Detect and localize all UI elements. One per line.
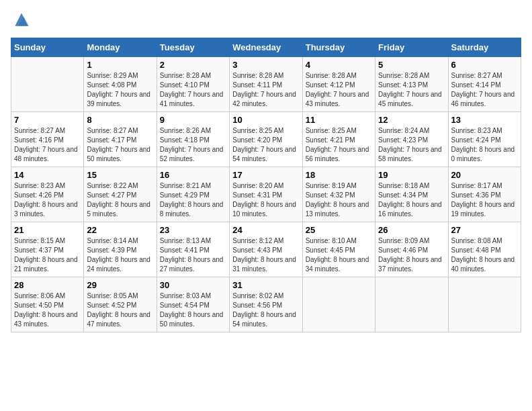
sunrise: Sunrise: 8:13 AM [160,237,211,244]
calendar-cell: 31 Sunrise: 8:02 AM Sunset: 4:56 PM Dayl… [230,277,302,332]
day-number: 19 [378,170,445,180]
sunset: Sunset: 4:41 PM [160,246,210,254]
day-number: 8 [87,115,153,125]
day-number: 4 [306,60,372,70]
sunset: Sunset: 4:20 PM [232,136,282,144]
daylight: Daylight: 8 hours and 8 minutes. [160,201,224,218]
day-number: 28 [14,280,81,290]
calendar-cell: 23 Sunrise: 8:13 AM Sunset: 4:41 PM Dayl… [157,222,229,277]
header-day-monday: Monday [84,38,157,57]
daylight: Daylight: 8 hours and 40 minutes. [451,256,515,273]
daylight: Daylight: 7 hours and 52 minutes. [160,146,224,163]
day-info: Sunrise: 8:03 AM Sunset: 4:54 PM Dayligh… [160,291,226,329]
day-info: Sunrise: 8:10 AM Sunset: 4:45 PM Dayligh… [306,236,372,274]
calendar-cell [375,277,448,332]
calendar-week-row: 1 Sunrise: 8:29 AM Sunset: 4:08 PM Dayli… [11,57,521,112]
day-info: Sunrise: 8:27 AM Sunset: 4:17 PM Dayligh… [87,126,153,164]
day-info: Sunrise: 8:05 AM Sunset: 4:52 PM Dayligh… [87,291,153,329]
calendar-cell: 10 Sunrise: 8:25 AM Sunset: 4:20 PM Dayl… [230,112,302,167]
daylight: Daylight: 7 hours and 43 minutes. [306,91,369,107]
calendar-table: SundayMondayTuesdayWednesdayThursdayFrid… [11,38,521,332]
sunrise: Sunrise: 8:28 AM [378,72,429,79]
calendar-cell [448,277,521,332]
sunrise: Sunrise: 8:08 AM [451,237,502,244]
header-day-tuesday: Tuesday [157,38,229,57]
calendar-cell: 26 Sunrise: 8:09 AM Sunset: 4:46 PM Dayl… [375,222,448,277]
sunrise: Sunrise: 8:21 AM [160,182,211,189]
sunrise: Sunrise: 8:28 AM [160,72,211,79]
sunrise: Sunrise: 8:03 AM [160,292,211,300]
sunrise: Sunrise: 8:28 AM [306,72,357,79]
sunrise: Sunrise: 8:22 AM [87,182,138,189]
calendar-cell: 4 Sunrise: 8:28 AM Sunset: 4:12 PM Dayli… [302,57,375,112]
logo-icon [11,11,32,30]
sunset: Sunset: 4:26 PM [14,191,64,199]
daylight: Daylight: 7 hours and 46 minutes. [451,91,515,107]
sunrise: Sunrise: 8:06 AM [14,292,65,300]
day-info: Sunrise: 8:08 AM Sunset: 4:48 PM Dayligh… [451,236,518,274]
sunset: Sunset: 4:14 PM [451,81,501,89]
day-info: Sunrise: 8:29 AM Sunset: 4:08 PM Dayligh… [87,71,153,109]
calendar-week-row: 7 Sunrise: 8:27 AM Sunset: 4:16 PM Dayli… [11,112,521,167]
sunset: Sunset: 4:43 PM [232,246,282,254]
calendar-header-row: SundayMondayTuesdayWednesdayThursdayFrid… [11,38,521,57]
calendar-cell: 15 Sunrise: 8:22 AM Sunset: 4:27 PM Dayl… [84,167,157,222]
calendar-cell: 25 Sunrise: 8:10 AM Sunset: 4:45 PM Dayl… [302,222,375,277]
calendar-cell: 20 Sunrise: 8:17 AM Sunset: 4:36 PM Dayl… [448,167,521,222]
day-number: 20 [451,170,518,180]
day-info: Sunrise: 8:27 AM Sunset: 4:14 PM Dayligh… [451,71,518,109]
page-header [11,11,521,30]
sunrise: Sunrise: 8:20 AM [232,182,283,189]
calendar-cell: 2 Sunrise: 8:28 AM Sunset: 4:10 PM Dayli… [157,57,229,112]
day-number: 14 [14,170,81,180]
day-number: 21 [14,225,81,235]
daylight: Daylight: 7 hours and 45 minutes. [378,91,442,107]
calendar-cell: 5 Sunrise: 8:28 AM Sunset: 4:13 PM Dayli… [375,57,448,112]
day-number: 5 [378,60,445,70]
daylight: Daylight: 7 hours and 42 minutes. [232,91,296,107]
day-info: Sunrise: 8:27 AM Sunset: 4:16 PM Dayligh… [14,126,81,164]
sunrise: Sunrise: 8:15 AM [14,237,65,244]
daylight: Daylight: 8 hours and 21 minutes. [14,256,78,273]
day-number: 13 [451,115,518,125]
sunrise: Sunrise: 8:23 AM [451,127,502,134]
header-day-sunday: Sunday [11,38,84,57]
calendar-cell: 27 Sunrise: 8:08 AM Sunset: 4:48 PM Dayl… [448,222,521,277]
day-info: Sunrise: 8:28 AM Sunset: 4:10 PM Dayligh… [160,71,226,109]
day-info: Sunrise: 8:13 AM Sunset: 4:41 PM Dayligh… [160,236,226,274]
header-day-saturday: Saturday [448,38,521,57]
sunrise: Sunrise: 8:18 AM [378,182,429,189]
daylight: Daylight: 8 hours and 0 minutes. [451,146,515,163]
daylight: Daylight: 8 hours and 3 minutes. [14,201,78,218]
day-number: 2 [160,60,226,70]
sunset: Sunset: 4:36 PM [451,191,501,199]
day-info: Sunrise: 8:28 AM Sunset: 4:11 PM Dayligh… [232,71,299,109]
calendar-cell: 12 Sunrise: 8:24 AM Sunset: 4:23 PM Dayl… [375,112,448,167]
sunset: Sunset: 4:13 PM [378,81,428,89]
sunset: Sunset: 4:32 PM [306,191,355,199]
calendar-cell: 28 Sunrise: 8:06 AM Sunset: 4:50 PM Dayl… [11,277,84,332]
daylight: Daylight: 8 hours and 24 minutes. [87,256,150,273]
calendar-cell: 24 Sunrise: 8:12 AM Sunset: 4:43 PM Dayl… [230,222,302,277]
sunrise: Sunrise: 8:10 AM [306,237,357,244]
sunset: Sunset: 4:11 PM [232,81,282,89]
day-info: Sunrise: 8:22 AM Sunset: 4:27 PM Dayligh… [87,181,153,219]
calendar-cell: 29 Sunrise: 8:05 AM Sunset: 4:52 PM Dayl… [84,277,157,332]
sunrise: Sunrise: 8:02 AM [232,292,283,300]
calendar-cell: 3 Sunrise: 8:28 AM Sunset: 4:11 PM Dayli… [230,57,302,112]
sunset: Sunset: 4:45 PM [306,246,355,254]
calendar-cell [11,57,84,112]
day-number: 22 [87,225,153,235]
sunrise: Sunrise: 8:28 AM [232,72,283,79]
day-number: 27 [451,225,518,235]
sunrise: Sunrise: 8:25 AM [306,127,357,134]
day-number: 9 [160,115,226,125]
day-info: Sunrise: 8:21 AM Sunset: 4:29 PM Dayligh… [160,181,226,219]
sunset: Sunset: 4:52 PM [87,302,136,309]
daylight: Daylight: 8 hours and 47 minutes. [87,311,150,328]
day-number: 16 [160,170,226,180]
sunrise: Sunrise: 8:17 AM [451,182,502,189]
day-number: 1 [87,60,153,70]
day-info: Sunrise: 8:19 AM Sunset: 4:32 PM Dayligh… [306,181,372,219]
day-number: 31 [232,280,299,290]
